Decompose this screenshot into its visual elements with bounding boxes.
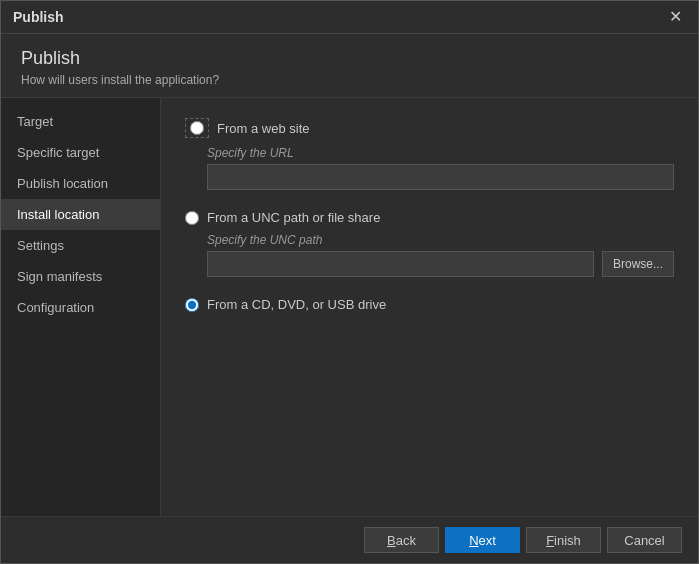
radio-web-label[interactable]: From a web site	[217, 121, 309, 136]
radio-web[interactable]	[190, 121, 204, 135]
cancel-label: Cancel	[624, 533, 664, 548]
unc-input[interactable]	[207, 251, 594, 277]
dialog-title: Publish	[13, 9, 64, 25]
dialog-header: Publish How will users install the appli…	[1, 34, 698, 98]
sidebar-item-specific-target[interactable]: Specific target	[1, 137, 160, 168]
dialog-footer: BBackack Next Finish Cancel	[1, 516, 698, 563]
next-label: Next	[469, 533, 496, 548]
close-button[interactable]: ✕	[665, 9, 686, 25]
next-button[interactable]: Next	[445, 527, 520, 553]
title-bar: Publish ✕	[1, 1, 698, 34]
sidebar-item-sign-manifests[interactable]: Sign manifests	[1, 261, 160, 292]
page-subtitle: How will users install the application?	[21, 73, 678, 87]
sidebar-item-settings[interactable]: Settings	[1, 230, 160, 261]
dialog-body: Target Specific target Publish location …	[1, 98, 698, 516]
sidebar: Target Specific target Publish location …	[1, 98, 161, 516]
web-sub-section: Specify the URL	[207, 146, 674, 190]
page-title: Publish	[21, 48, 678, 69]
url-label: Specify the URL	[207, 146, 674, 160]
url-input[interactable]	[207, 164, 674, 190]
unc-sub-section: Specify the UNC path Browse...	[207, 233, 674, 277]
sidebar-item-configuration[interactable]: Configuration	[1, 292, 160, 323]
radio-row-unc: From a UNC path or file share	[185, 210, 674, 225]
radio-cd[interactable]	[185, 298, 199, 312]
back-underline: BBackack	[387, 533, 416, 548]
option-web-site: From a web site Specify the URL	[185, 118, 674, 190]
option-cd-dvd: From a CD, DVD, or USB drive	[185, 297, 674, 312]
url-input-row	[207, 164, 674, 190]
unc-label: Specify the UNC path	[207, 233, 674, 247]
radio-row-web: From a web site	[185, 118, 674, 138]
radio-unc-label[interactable]: From a UNC path or file share	[207, 210, 380, 225]
finish-button[interactable]: Finish	[526, 527, 601, 553]
main-content: From a web site Specify the URL From a U…	[161, 98, 698, 516]
radio-unc[interactable]	[185, 211, 199, 225]
sidebar-item-target[interactable]: Target	[1, 106, 160, 137]
dashed-border	[185, 118, 209, 138]
finish-label: Finish	[546, 533, 581, 548]
sidebar-item-publish-location[interactable]: Publish location	[1, 168, 160, 199]
radio-cd-label[interactable]: From a CD, DVD, or USB drive	[207, 297, 386, 312]
publish-dialog: Publish ✕ Publish How will users install…	[0, 0, 699, 564]
unc-input-row: Browse...	[207, 251, 674, 277]
radio-row-cd: From a CD, DVD, or USB drive	[185, 297, 674, 312]
back-button[interactable]: BBackack	[364, 527, 439, 553]
option-unc-path: From a UNC path or file share Specify th…	[185, 210, 674, 277]
cancel-button[interactable]: Cancel	[607, 527, 682, 553]
sidebar-item-install-location[interactable]: Install location	[1, 199, 160, 230]
browse-button[interactable]: Browse...	[602, 251, 674, 277]
